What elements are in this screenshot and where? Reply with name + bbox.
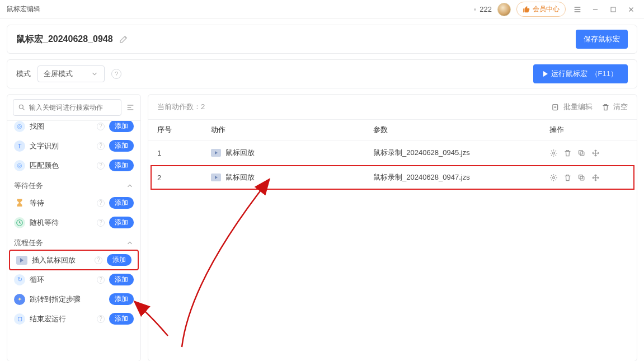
playback-icon	[211, 149, 221, 157]
edit-list-icon	[552, 103, 560, 111]
chevron-up-icon	[126, 182, 134, 190]
help-icon[interactable]: ?	[97, 219, 105, 227]
svg-point-7	[553, 176, 555, 179]
svg-rect-0	[611, 7, 615, 12]
title-bar: 鼠标宏编辑 • 222 会员中心	[0, 0, 644, 19]
help-icon[interactable]: ?	[111, 69, 121, 79]
compass-icon: ✦	[14, 294, 25, 305]
status-number: 222	[480, 5, 492, 13]
table-row[interactable]: 2 鼠标回放 鼠标录制_20240628_0947.jzs	[151, 165, 634, 190]
group-flow[interactable]: 流程任务	[7, 232, 140, 250]
action-item-find-image: ◎ 找图 ? 添加	[7, 121, 140, 136]
trash-icon[interactable]	[563, 174, 572, 182]
table-row[interactable]: 1 鼠标回放 鼠标录制_20240628_0945.jzs	[148, 140, 637, 165]
group-label: 等待任务	[14, 181, 43, 191]
batch-edit-button[interactable]: 批量编辑	[552, 102, 593, 112]
cell-par: 鼠标录制_20240628_0947.jzs	[373, 172, 549, 182]
move-icon[interactable]	[591, 174, 600, 182]
add-button[interactable]: 添加	[109, 160, 134, 171]
add-button[interactable]: 添加	[109, 217, 134, 228]
action-label: 跳转到指定步骤	[30, 294, 105, 304]
cell-act: 鼠标回放	[225, 148, 255, 158]
maximize-icon[interactable]	[607, 3, 619, 16]
svg-point-4	[553, 152, 555, 154]
search-icon	[18, 104, 26, 111]
help-icon[interactable]: ?	[95, 256, 102, 264]
run-macro-button[interactable]: 运行鼠标宏 （F11）	[533, 64, 628, 83]
svg-point-1	[19, 105, 23, 109]
trash-icon[interactable]	[563, 149, 572, 157]
action-label: 插入鼠标回放	[32, 255, 90, 265]
text-icon: T	[14, 140, 25, 152]
add-button[interactable]: 添加	[109, 197, 134, 209]
steps-panel: 当前动作数：2 批量编辑 清空 序号 动作 参数 操作 1 鼠标回放 鼠	[148, 94, 637, 361]
edit-icon[interactable]	[119, 34, 129, 44]
help-icon[interactable]: ?	[97, 142, 105, 150]
clock-icon	[14, 217, 25, 228]
avatar[interactable]	[497, 3, 511, 16]
mode-value: 全屏模式	[44, 69, 73, 79]
search-input-wrap[interactable]	[13, 99, 121, 116]
cell-seq: 1	[157, 149, 211, 157]
help-icon[interactable]: ?	[97, 162, 105, 170]
group-label: 流程任务	[14, 238, 43, 248]
count-label: 当前动作数：2	[157, 102, 205, 112]
menu-icon[interactable]	[571, 3, 584, 16]
cell-par: 鼠标录制_20240628_0945.jzs	[373, 148, 549, 158]
help-icon[interactable]: ?	[97, 199, 105, 207]
action-label: 结束宏运行	[30, 314, 92, 324]
col-act: 动作	[211, 125, 373, 135]
cell-act: 鼠标回放	[225, 172, 255, 182]
clear-button[interactable]: 清空	[601, 102, 628, 112]
sidebar-list: ◎ 找图 ? 添加 T 文字识别 ? 添加 ◎ 匹配颜色 ? 添加 等待任务	[7, 121, 140, 361]
collapse-sidebar-icon[interactable]	[126, 103, 135, 112]
help-icon[interactable]: ?	[97, 276, 105, 284]
run-label: 运行鼠标宏	[551, 69, 587, 79]
action-item-insert-playback: 插入鼠标回放 ? 添加	[10, 250, 138, 270]
playback-icon	[211, 174, 221, 181]
macro-name: 鼠标宏_20240628_0948	[16, 34, 113, 45]
action-label: 文字识别	[30, 141, 92, 151]
run-hotkey: （F11）	[591, 69, 618, 79]
action-label: 匹配颜色	[30, 161, 92, 171]
search-input[interactable]	[29, 104, 116, 111]
save-macro-button[interactable]: 保存鼠标宏	[576, 30, 628, 49]
macro-header: 鼠标宏_20240628_0948 保存鼠标宏	[7, 25, 637, 54]
copy-icon[interactable]	[577, 174, 586, 182]
minimize-icon[interactable]	[589, 3, 601, 16]
action-label: 循环	[30, 275, 92, 285]
help-icon[interactable]: ?	[97, 315, 105, 323]
table-header: 序号 动作 参数 操作	[148, 119, 637, 140]
gear-icon[interactable]	[549, 174, 558, 182]
action-item-match-color: ◎ 匹配颜色 ? 添加	[7, 156, 140, 175]
action-item-wait: 等待 ? 添加	[7, 193, 140, 213]
play-icon	[543, 71, 548, 77]
mode-label: 模式	[16, 69, 31, 79]
add-button[interactable]: 添加	[109, 140, 134, 152]
action-item-ocr: T 文字识别 ? 添加	[7, 136, 140, 156]
help-icon[interactable]: ?	[97, 123, 105, 130]
loop-icon: ◎	[14, 121, 25, 132]
action-item-random-wait: 随机等待 ? 添加	[7, 213, 140, 232]
trash-icon	[601, 103, 610, 111]
member-center-button[interactable]: 会员中心	[516, 2, 566, 17]
add-button[interactable]: 添加	[109, 313, 134, 325]
group-wait[interactable]: 等待任务	[7, 175, 140, 193]
add-button[interactable]: 添加	[109, 274, 134, 285]
hourglass-icon	[14, 198, 25, 209]
color-target-icon: ◎	[14, 160, 25, 171]
stop-icon: ◻	[14, 313, 25, 325]
col-par: 参数	[373, 125, 549, 135]
copy-icon[interactable]	[577, 149, 586, 157]
close-icon[interactable]	[625, 3, 637, 16]
action-label: 等待	[30, 198, 92, 208]
mode-select[interactable]: 全屏模式	[37, 65, 105, 82]
add-button[interactable]: 添加	[109, 121, 134, 132]
action-item-end-macro: ◻ 结束宏运行 ? 添加	[7, 309, 140, 329]
add-button[interactable]: 添加	[107, 254, 131, 266]
gear-icon[interactable]	[549, 149, 558, 157]
move-icon[interactable]	[591, 149, 600, 157]
svg-rect-5	[580, 152, 584, 156]
add-button[interactable]: 添加	[109, 293, 134, 305]
status-dot: •	[473, 5, 476, 14]
